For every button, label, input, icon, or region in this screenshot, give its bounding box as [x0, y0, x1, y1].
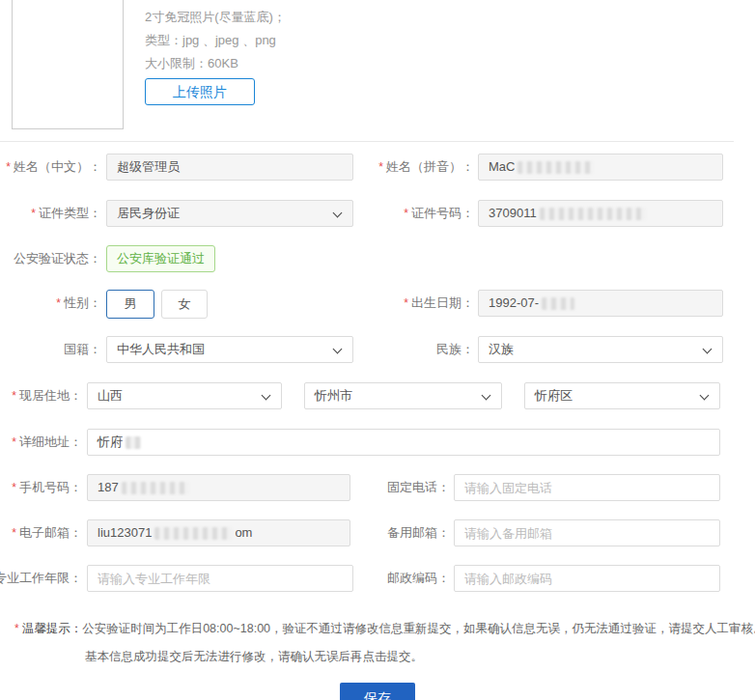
- gender-label: *性别：: [0, 290, 101, 317]
- photo-tip-line1: 2寸免冠照片(尽量蓝底)；: [145, 10, 286, 25]
- chevron-down-icon: [703, 345, 713, 354]
- required-mark: *: [404, 296, 408, 310]
- tips-line2: 基本信息成功提交后无法进行修改，请确认无误后再点击提交。: [85, 649, 423, 664]
- required-mark: *: [6, 160, 11, 174]
- id-no-field: 3709011: [478, 200, 723, 227]
- name-cn-field: 超级管理员: [106, 154, 353, 181]
- chevron-down-icon: [262, 391, 271, 401]
- backup-email-label: 备用邮箱：: [372, 519, 450, 546]
- address-field[interactable]: 忻府: [87, 429, 720, 456]
- section-divider: [0, 141, 734, 142]
- ethnic-select[interactable]: 汉族: [478, 336, 723, 363]
- police-status-badge: 公安库验证通过: [106, 245, 215, 272]
- nationality-label: 国籍：: [0, 336, 101, 363]
- zipcode-input[interactable]: [454, 565, 720, 592]
- basic-info-form: 2寸免冠照片(尽量蓝底)； 类型：jpg 、jpeg 、png 大小限制：60K…: [0, 0, 755, 700]
- birth-field: 1992-07-: [478, 290, 723, 317]
- redacted-text: [126, 436, 141, 449]
- landline-input[interactable]: [454, 474, 720, 501]
- residence-province-select[interactable]: 山西: [87, 382, 282, 409]
- address-label: *详细地址：: [0, 429, 82, 456]
- birth-label: *出生日期：: [357, 290, 474, 317]
- redacted-text: [540, 208, 646, 220]
- redacted-text: [122, 482, 189, 494]
- nationality-select[interactable]: 中华人民共和国: [106, 336, 353, 363]
- backup-email-input[interactable]: [454, 519, 720, 546]
- residence-city-select[interactable]: 忻州市: [304, 382, 502, 409]
- landline-label: 固定电话：: [372, 474, 450, 501]
- required-mark: *: [31, 207, 36, 220]
- required-mark: *: [404, 207, 408, 220]
- chevron-down-icon: [700, 391, 710, 401]
- photo-tip-line3: 大小限制：60KB: [145, 56, 238, 71]
- required-mark: *: [12, 435, 16, 449]
- work-years-label: 专业工作年限：: [0, 565, 82, 592]
- work-years-input[interactable]: [87, 565, 353, 592]
- email-label: *电子邮箱：: [0, 519, 82, 546]
- mobile-field: 187: [87, 474, 350, 501]
- name-py-field: MaC: [478, 154, 723, 181]
- required-mark: *: [12, 481, 16, 494]
- required-mark: *: [12, 526, 16, 540]
- tips-line1: *温馨提示：公安验证时间为工作日08:00~18:00，验证不通过请修改信息重新…: [14, 621, 755, 636]
- ethnic-label: 民族：: [357, 336, 474, 363]
- redacted-text: [517, 161, 593, 174]
- chevron-down-icon: [333, 345, 343, 354]
- gender-female-button[interactable]: 女: [161, 290, 208, 319]
- id-no-label: *证件号码：: [357, 200, 474, 227]
- chevron-down-icon: [482, 391, 491, 401]
- chevron-down-icon: [333, 209, 343, 218]
- redacted-text: [154, 527, 232, 540]
- police-status-label: 公安验证状态：: [0, 245, 101, 272]
- required-mark: *: [14, 622, 19, 635]
- photo-tip-line2: 类型：jpg 、jpeg 、png: [145, 33, 276, 48]
- save-button[interactable]: 保存: [340, 683, 415, 700]
- required-mark: *: [56, 296, 61, 310]
- name-cn-label: *姓名（中文）：: [0, 154, 101, 181]
- zipcode-label: 邮政编码：: [372, 565, 450, 592]
- name-py-label: *姓名（拼音）：: [357, 154, 474, 181]
- email-field: liu123071om: [87, 519, 350, 546]
- residence-label: *现居住地：: [0, 382, 82, 409]
- upload-photo-button[interactable]: 上传照片: [145, 78, 255, 105]
- required-mark: *: [378, 160, 383, 174]
- id-type-select: 居民身份证: [106, 200, 353, 227]
- id-type-label: *证件类型：: [0, 200, 101, 227]
- tips-label: 温馨提示：: [22, 622, 83, 635]
- redacted-text: [542, 297, 574, 310]
- required-mark: *: [12, 389, 16, 403]
- mobile-label: *手机号码：: [0, 474, 82, 501]
- gender-male-button[interactable]: 男: [106, 290, 154, 319]
- photo-placeholder: [12, 0, 124, 129]
- residence-district-select[interactable]: 忻府区: [524, 382, 720, 409]
